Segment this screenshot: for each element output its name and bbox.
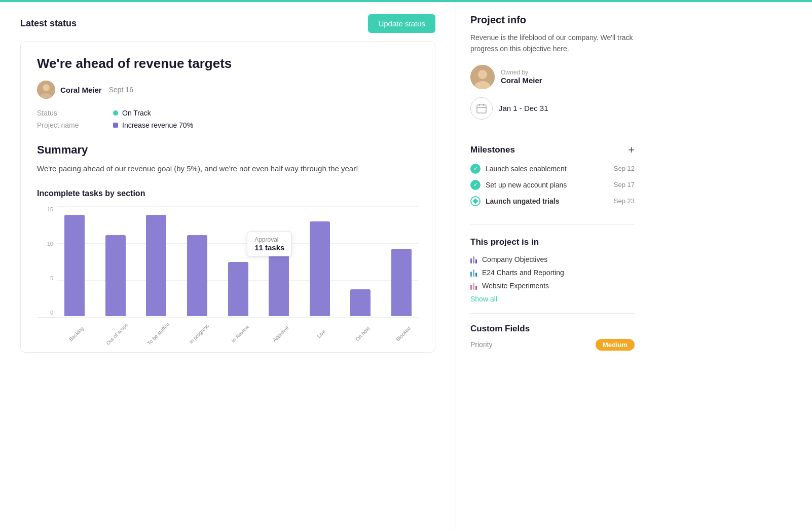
custom-fields-section: Custom Fields Priority Medium xyxy=(470,324,635,351)
chart-bars xyxy=(57,206,419,317)
bar-group-4 xyxy=(220,206,255,316)
checkmark-icon-2: ✓ xyxy=(473,181,478,188)
x-axis-labels: BacklogOut of scopeTo be staffedIn progr… xyxy=(37,330,419,337)
svg-rect-7 xyxy=(477,105,486,113)
owner-label: Owned by xyxy=(501,69,542,76)
summary-title: Summary xyxy=(37,143,419,157)
bar-2[interactable] xyxy=(146,215,166,316)
x-label-5: Approval xyxy=(262,330,297,337)
chart-area: 15 10 5 0 xyxy=(37,206,419,328)
project-dot xyxy=(113,123,118,128)
milestone-row-3: Launch ungated trials Sep 23 xyxy=(470,196,635,206)
milestone-name-3: Launch ungated trials xyxy=(486,197,609,205)
milestone-name-2: Set up new account plans xyxy=(486,181,609,189)
main-content: Latest status Update status We're ahead … xyxy=(0,2,456,531)
priority-badge: Medium xyxy=(596,339,635,351)
bar-group-8 xyxy=(384,206,419,316)
x-label-8: Blocked xyxy=(384,330,419,337)
bar-4[interactable] xyxy=(228,262,248,316)
portfolio-icon-2 xyxy=(470,269,477,277)
x-label-4: In Review xyxy=(220,330,255,337)
bar-7[interactable] xyxy=(350,289,371,316)
owner-row: Owned by Coral Meier xyxy=(470,65,635,89)
author-date: Sept 16 xyxy=(109,86,133,94)
status-card-title: We're ahead of revenue targets xyxy=(37,56,419,71)
milestone-date-3: Sep 23 xyxy=(614,197,635,205)
project-in-section: This project is in Company Objectives E2… xyxy=(470,237,635,314)
bar-group-6 xyxy=(302,206,337,316)
tooltip-title: Approval xyxy=(254,236,284,243)
x-label-0: Backlog xyxy=(57,330,92,337)
portfolio-row-2[interactable]: E24 Charts and Reporting xyxy=(470,269,635,277)
sidebar: Project info Revenue is the lifeblood of… xyxy=(456,2,649,531)
chart-section: Incomplete tasks by section Approval 11 … xyxy=(37,189,419,338)
milestones-section: Milestones + ✓ Launch sales enablement S… xyxy=(470,144,635,225)
date-row: Jan 1 - Dec 31 xyxy=(470,97,635,132)
y-label-15: 15 xyxy=(37,206,53,212)
x-label-2: To be staffed xyxy=(139,330,174,337)
milestone-complete-icon-2: ✓ xyxy=(470,180,481,190)
priority-label: Priority xyxy=(470,340,493,349)
update-status-button[interactable]: Update status xyxy=(368,14,435,33)
portfolio-row-3[interactable]: Website Experiments xyxy=(470,282,635,290)
show-all-link[interactable]: Show all xyxy=(470,295,497,303)
portfolio-name-2: E24 Charts and Reporting xyxy=(482,269,564,277)
status-label: Status xyxy=(37,109,93,117)
owner-avatar xyxy=(470,65,495,89)
status-meta-row: Status On Track xyxy=(37,109,419,117)
project-label: Project name xyxy=(37,121,93,129)
y-axis-labels: 15 10 5 0 xyxy=(37,206,53,318)
tooltip-value: 11 tasks xyxy=(254,243,284,252)
status-value: On Track xyxy=(113,109,151,117)
project-in-header: This project is in xyxy=(470,237,635,247)
project-value: Increase revenue 70% xyxy=(113,121,193,129)
author-row: Coral Meier Sept 16 xyxy=(37,81,419,99)
milestone-date-2: Sep 17 xyxy=(614,181,635,188)
bar-1[interactable] xyxy=(105,235,126,316)
x-label-6: Live xyxy=(302,330,337,337)
milestone-pending-icon-3 xyxy=(470,196,481,206)
y-label-5: 5 xyxy=(37,275,53,281)
bar-group-0 xyxy=(57,206,92,316)
bar-group-5 xyxy=(262,206,297,316)
project-in-title: This project is in xyxy=(470,237,539,247)
main-header: Latest status Update status xyxy=(20,14,435,33)
diamond-icon-3 xyxy=(472,198,478,204)
bar-group-3 xyxy=(180,206,215,316)
svg-point-3 xyxy=(43,85,50,91)
owner-info: Owned by Coral Meier xyxy=(501,69,542,85)
portfolio-name-1: Company Objectives xyxy=(482,255,547,263)
date-range: Jan 1 - Dec 31 xyxy=(499,104,548,112)
milestone-date-1: Sep 12 xyxy=(614,165,635,172)
milestone-complete-icon-1: ✓ xyxy=(470,164,481,174)
checkmark-icon-1: ✓ xyxy=(473,165,478,172)
bar-6[interactable] xyxy=(310,221,330,316)
portfolio-icon-3 xyxy=(470,282,477,290)
portfolio-icon-1 xyxy=(470,255,477,263)
milestones-header: Milestones + xyxy=(470,144,635,156)
author-name: Coral Meier xyxy=(60,86,102,94)
project-meta-row: Project name Increase revenue 70% xyxy=(37,121,419,129)
status-card: We're ahead of revenue targets Coral Mei… xyxy=(20,41,435,353)
custom-fields-title: Custom Fields xyxy=(470,324,635,334)
add-milestone-button[interactable]: + xyxy=(628,144,635,156)
chart-title: Incomplete tasks by section xyxy=(37,189,419,198)
portfolio-row-1[interactable]: Company Objectives xyxy=(470,255,635,263)
bar-group-7 xyxy=(343,206,378,316)
bar-group-1 xyxy=(98,206,133,316)
summary-section: Summary We're pacing ahead of our revenu… xyxy=(37,143,419,175)
calendar-icon xyxy=(470,97,493,120)
bar-8[interactable] xyxy=(391,249,412,316)
milestone-row-2: ✓ Set up new account plans Sep 17 xyxy=(470,180,635,190)
owner-name: Coral Meier xyxy=(501,76,542,85)
milestone-row-1: ✓ Launch sales enablement Sep 12 xyxy=(470,164,635,174)
svg-point-5 xyxy=(478,70,487,79)
chart-tooltip: Approval 11 tasks xyxy=(247,232,292,256)
bar-0[interactable] xyxy=(64,215,85,316)
latest-status-title: Latest status xyxy=(20,18,77,29)
status-dot xyxy=(113,110,118,116)
milestone-name-1: Launch sales enablement xyxy=(486,165,609,173)
bar-3[interactable] xyxy=(187,235,207,316)
y-label-0: 0 xyxy=(37,310,53,316)
bar-group-2 xyxy=(139,206,174,316)
